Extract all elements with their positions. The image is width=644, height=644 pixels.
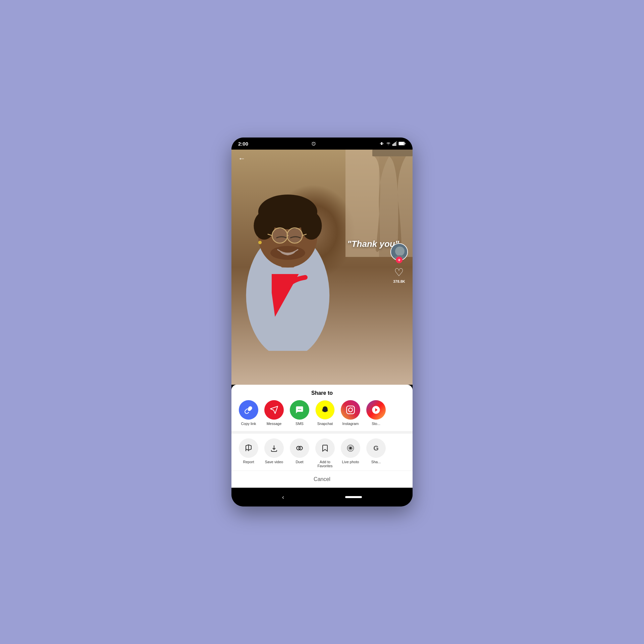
share-stories[interactable]: Sto...: [364, 400, 388, 426]
vibrate-icon: [379, 141, 384, 146]
svg-rect-5: [396, 141, 397, 146]
action-duet[interactable]: Duet: [288, 438, 311, 464]
svg-point-20: [258, 241, 262, 244]
nav-home-pill[interactable]: [345, 496, 362, 498]
add-favorites-icon: [315, 438, 335, 458]
like-count: 378.8K: [393, 279, 405, 283]
add-favorites-label: Add toFavorites: [317, 460, 332, 468]
share-copy-link[interactable]: Copy link: [237, 400, 260, 426]
status-time: 2:00: [238, 141, 248, 147]
cancel-button[interactable]: Cancel: [231, 471, 413, 488]
nav-back-button[interactable]: ‹: [282, 494, 284, 501]
stories-icon: [366, 400, 386, 420]
creator-avatar[interactable]: +: [390, 243, 408, 261]
share-g-icon: G: [366, 438, 386, 458]
svg-point-17: [301, 212, 322, 240]
bottom-nav: ‹: [231, 488, 413, 506]
action-add-favorites[interactable]: Add toFavorites: [313, 438, 337, 468]
report-label: Report: [243, 460, 254, 464]
svg-point-29: [299, 409, 300, 410]
alarm-icon: [311, 141, 316, 146]
save-video-icon: [264, 438, 284, 458]
action-share-g[interactable]: G Sha...: [364, 438, 388, 464]
share-snapchat[interactable]: Snapchat: [313, 400, 337, 426]
message-icon: [264, 400, 284, 420]
share-instagram[interactable]: Instagram: [339, 400, 362, 426]
wifi-icon: [386, 142, 391, 146]
back-button[interactable]: ←: [238, 154, 246, 163]
follow-plus-button[interactable]: +: [396, 257, 402, 263]
like-button[interactable]: ♡ 378.8K: [393, 266, 405, 283]
action-report[interactable]: Report: [237, 438, 260, 464]
svg-point-18: [272, 228, 287, 243]
sms-label: SMS: [296, 422, 304, 426]
action-save-video[interactable]: Save video: [262, 438, 286, 464]
red-arrow: [272, 274, 312, 318]
battery-icon: [398, 142, 406, 146]
instagram-icon: [341, 400, 360, 420]
stories-label: Sto...: [372, 422, 380, 426]
svg-point-33: [352, 407, 353, 408]
snapchat-label: Snapchat: [317, 422, 333, 426]
svg-point-36: [350, 447, 352, 449]
heart-icon: ♡: [394, 266, 404, 279]
share-sheet: Share to Copy link Message: [231, 385, 413, 488]
svg-rect-3: [394, 143, 395, 146]
copy-link-label: Copy link: [241, 422, 256, 426]
svg-rect-4: [395, 142, 396, 146]
report-icon: [239, 438, 258, 458]
person-video: [235, 156, 342, 351]
right-actions: + ♡ 378.8K: [390, 243, 408, 283]
svg-rect-31: [346, 406, 354, 414]
svg-point-30: [300, 409, 301, 410]
sms-icon: [290, 400, 309, 420]
svg-point-19: [287, 228, 303, 243]
duet-label: Duet: [296, 460, 303, 464]
phone-frame: 2:00: [231, 138, 413, 506]
live-photo-label: Live photo: [342, 460, 359, 464]
svg-rect-8: [399, 142, 404, 145]
svg-point-32: [348, 408, 353, 412]
share-sms[interactable]: SMS: [288, 400, 311, 426]
signal-icon: [392, 141, 397, 146]
duet-icon: [290, 438, 309, 458]
copy-link-icon: [239, 400, 258, 420]
live-photo-icon: [341, 438, 360, 458]
snapchat-icon: [315, 400, 335, 420]
action-live-photo[interactable]: Live photo: [339, 438, 362, 464]
divider: [231, 431, 413, 434]
share-apps-row: Copy link Message: [231, 400, 413, 431]
svg-point-21: [270, 246, 305, 260]
save-video-label: Save video: [265, 460, 283, 464]
action-row: Report Save video Duet: [231, 434, 413, 471]
svg-rect-2: [392, 144, 393, 146]
share-message[interactable]: Message: [262, 400, 286, 426]
share-title: Share to: [231, 385, 413, 400]
svg-rect-7: [405, 143, 405, 145]
svg-rect-11: [372, 150, 413, 156]
svg-point-28: [298, 409, 299, 410]
svg-marker-27: [270, 406, 278, 414]
video-area: ← "Thank you" + ♡ 378.8K: [231, 150, 413, 385]
status-right-icons: [379, 141, 406, 146]
svg-point-23: [395, 247, 405, 256]
status-center-icons: [311, 141, 316, 146]
svg-rect-1: [381, 142, 382, 145]
status-bar: 2:00: [231, 138, 413, 150]
share-g-label: Sha...: [371, 460, 381, 464]
message-label: Message: [267, 422, 282, 426]
instagram-label: Instagram: [342, 422, 359, 426]
